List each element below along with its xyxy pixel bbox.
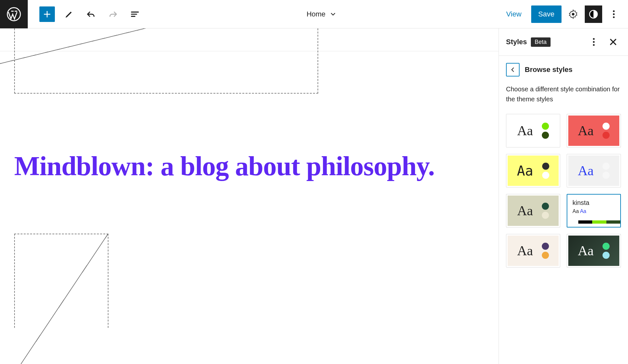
redo-button[interactable] xyxy=(105,6,121,22)
options-button[interactable] xyxy=(606,6,622,22)
styles-panel: Styles Beta Browse styles Choose a diffe xyxy=(499,28,628,364)
kebab-icon xyxy=(609,9,619,19)
variation-color-dots xyxy=(603,123,610,139)
style-variation-4[interactable]: Aa xyxy=(506,194,560,228)
beta-badge: Beta xyxy=(531,37,551,47)
style-variation-7[interactable]: Aa xyxy=(567,234,621,268)
pencil-icon xyxy=(64,9,74,19)
style-variation-6[interactable]: Aa xyxy=(506,234,560,268)
save-button[interactable]: Save xyxy=(531,5,562,23)
page-heading[interactable]: Mindblown: a blog about philosophy. xyxy=(14,151,435,181)
toolbar-left xyxy=(28,6,143,22)
variation-color-dots xyxy=(603,163,610,179)
variation-typography-sample: Aa xyxy=(517,163,533,179)
variation-typography-sample: Aa Aa xyxy=(572,208,586,214)
variation-typography-sample: Aa xyxy=(517,123,533,138)
toolbar-right: View Save xyxy=(501,5,628,23)
svg-point-8 xyxy=(593,44,594,46)
back-button[interactable] xyxy=(506,63,520,76)
style-variation-3[interactable]: Aa xyxy=(567,154,621,187)
image-placeholder-top[interactable] xyxy=(14,28,318,94)
panel-nav-title: Browse styles xyxy=(525,66,572,74)
variation-color-dots xyxy=(542,123,549,139)
edit-tool-button[interactable] xyxy=(61,6,77,22)
template-selector[interactable]: Home xyxy=(143,10,501,18)
panel-description: Choose a different style combination for… xyxy=(506,84,621,104)
variation-color-dots xyxy=(603,243,610,259)
view-link[interactable]: View xyxy=(501,7,527,22)
style-variations-grid: AaAaAaAaAakinstaAa AaAaAa xyxy=(506,114,621,268)
template-name: Home xyxy=(307,10,326,18)
style-variation-1[interactable]: Aa xyxy=(567,114,621,147)
panel-nav: Browse styles xyxy=(506,63,621,76)
list-view-icon xyxy=(130,9,140,19)
panel-header: Styles Beta xyxy=(499,28,628,56)
variation-name: kinsta xyxy=(572,199,589,207)
kebab-icon xyxy=(589,37,599,47)
svg-point-6 xyxy=(593,38,594,40)
style-variation-0[interactable]: Aa xyxy=(506,114,560,147)
style-variation-2[interactable]: Aa xyxy=(506,154,560,187)
close-panel-button[interactable] xyxy=(605,34,621,50)
panel-title: Styles xyxy=(506,38,527,46)
undo-button[interactable] xyxy=(83,6,99,22)
settings-button[interactable] xyxy=(565,6,581,22)
close-icon xyxy=(608,37,618,47)
wordpress-logo-button[interactable] xyxy=(0,0,28,28)
panel-options-button[interactable] xyxy=(586,34,602,50)
chevron-left-icon xyxy=(510,66,516,73)
contrast-icon xyxy=(588,9,599,19)
wordpress-icon xyxy=(7,7,21,21)
panel-body: Browse styles Choose a different style c… xyxy=(499,56,628,364)
variation-color-dots xyxy=(542,203,549,219)
svg-point-1 xyxy=(572,13,574,15)
main-area: Mindblown: a blog about philosophy. Styl… xyxy=(0,28,628,364)
variation-typography-sample: Aa xyxy=(578,123,594,138)
styles-button[interactable] xyxy=(585,5,602,23)
variation-typography-sample: Aa xyxy=(517,203,533,218)
gear-icon xyxy=(568,9,578,19)
list-view-button[interactable] xyxy=(127,6,143,22)
undo-icon xyxy=(86,9,96,19)
chevron-down-icon xyxy=(329,11,337,18)
svg-point-4 xyxy=(613,13,614,15)
svg-point-5 xyxy=(613,16,614,18)
style-variation-5[interactable]: kinstaAa Aa xyxy=(567,194,621,228)
variation-typography-sample: Aa xyxy=(517,243,533,258)
variation-typography-sample: Aa xyxy=(578,163,594,178)
variation-color-dots xyxy=(542,163,549,179)
svg-point-3 xyxy=(613,10,614,12)
variation-color-dots xyxy=(542,243,549,259)
redo-icon xyxy=(108,9,118,19)
editor-canvas[interactable]: Mindblown: a blog about philosophy. xyxy=(0,28,499,364)
variation-typography-sample: Aa xyxy=(578,243,594,258)
variation-color-bar xyxy=(578,220,620,224)
svg-point-7 xyxy=(593,41,594,43)
add-block-button[interactable] xyxy=(39,6,55,22)
image-placeholder-bottom[interactable] xyxy=(14,234,108,328)
toolbar: Home View Save xyxy=(0,0,628,28)
plus-icon xyxy=(42,9,52,19)
